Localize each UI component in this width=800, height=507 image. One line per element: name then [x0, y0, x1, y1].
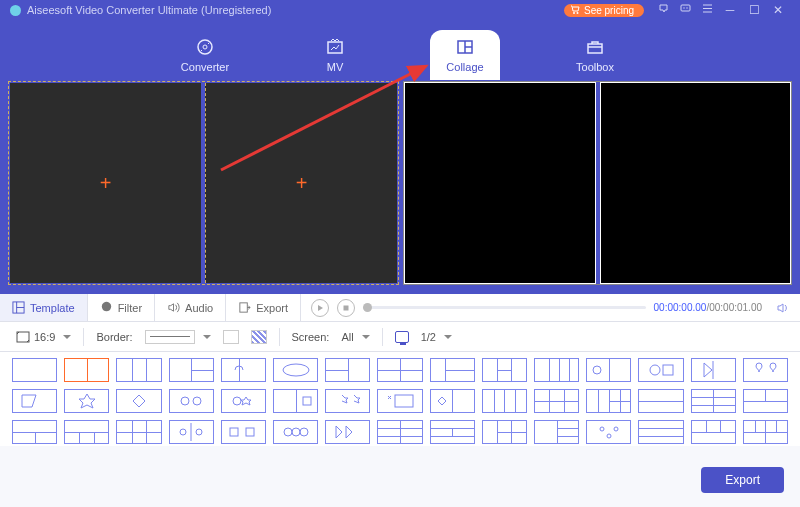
minimize-button[interactable]: ─ [718, 3, 742, 17]
nav-label: Collage [446, 61, 483, 73]
template-options: 16:9 Border: Screen: All 1/2 [0, 322, 800, 352]
close-button[interactable]: ✕ [766, 3, 790, 17]
preview-slot-2 [600, 82, 792, 284]
layout-tile[interactable] [534, 420, 579, 444]
layout-tile[interactable] [691, 389, 736, 413]
layout-tile[interactable] [325, 389, 370, 413]
layout-tile[interactable] [64, 389, 109, 413]
template-icon [12, 301, 25, 314]
screen-value: All [341, 331, 353, 343]
layout-tile[interactable] [64, 420, 109, 444]
nav-mv[interactable]: MV [300, 30, 370, 80]
layout-tile[interactable] [169, 420, 214, 444]
border-style-select[interactable] [145, 330, 211, 344]
tab-label: Filter [118, 302, 142, 314]
layout-tile[interactable] [482, 420, 527, 444]
layout-tile[interactable] [116, 420, 161, 444]
svg-point-18 [181, 397, 189, 405]
layout-tile[interactable] [273, 358, 318, 382]
layout-tile[interactable] [377, 420, 422, 444]
nav-collage[interactable]: Collage [430, 30, 500, 80]
page-value: 1/2 [421, 331, 436, 343]
layout-tile[interactable] [638, 420, 683, 444]
tab-label: Template [30, 302, 75, 314]
layout-tile[interactable] [482, 389, 527, 413]
layout-tile[interactable] [169, 358, 214, 382]
tab-template[interactable]: Template [0, 294, 88, 321]
border-color-pattern[interactable] [251, 330, 267, 344]
layout-tile[interactable] [430, 358, 475, 382]
playback-track[interactable] [363, 306, 646, 309]
svg-point-3 [683, 7, 684, 8]
layout-tile[interactable] [273, 389, 318, 413]
see-pricing-button[interactable]: See pricing [564, 4, 644, 17]
layout-tile[interactable] [325, 358, 370, 382]
layout-tile[interactable] [221, 358, 266, 382]
plus-icon: + [100, 172, 112, 195]
layout-tile[interactable] [221, 420, 266, 444]
export-icon [238, 301, 251, 314]
layout-tile[interactable] [325, 420, 370, 444]
template-grid [0, 352, 800, 446]
layout-tile[interactable] [12, 389, 57, 413]
layout-tile[interactable] [430, 420, 475, 444]
nav-toolbox[interactable]: Toolbox [560, 30, 630, 80]
layout-tile[interactable] [534, 358, 579, 382]
tab-audio[interactable]: Audio [155, 294, 226, 321]
stop-button[interactable] [337, 299, 355, 317]
layout-tile[interactable] [638, 389, 683, 413]
play-button[interactable] [311, 299, 329, 317]
tab-filter[interactable]: Filter [88, 294, 155, 321]
layout-tile[interactable] [430, 389, 475, 413]
layout-tile[interactable] [273, 420, 318, 444]
svg-rect-9 [588, 44, 602, 53]
nav-converter[interactable]: Converter [170, 30, 240, 80]
layout-tile[interactable] [586, 358, 631, 382]
export-button[interactable]: Export [701, 467, 784, 493]
svg-point-28 [292, 428, 300, 436]
layout-tile[interactable] [116, 358, 161, 382]
feedback-icon[interactable] [674, 2, 696, 18]
layout-tile[interactable] [638, 358, 683, 382]
layout-tile[interactable] [743, 420, 788, 444]
layout-tile[interactable] [12, 358, 57, 382]
editor-strip: Template Filter Audio Export 00:00:00.00… [0, 294, 800, 322]
layout-tile[interactable] [586, 420, 631, 444]
layout-tile[interactable] [586, 389, 631, 413]
screen-select[interactable]: All [341, 331, 369, 343]
tab-label: Audio [185, 302, 213, 314]
layout-tile[interactable] [482, 358, 527, 382]
nav-label: Toolbox [576, 61, 614, 73]
layout-tile[interactable] [691, 358, 736, 382]
preview-slot-1 [404, 82, 596, 284]
aspect-ratio-select[interactable]: 16:9 [16, 331, 71, 343]
layout-tile[interactable] [12, 420, 57, 444]
layout-tile[interactable] [116, 389, 161, 413]
maximize-button[interactable]: ☐ [742, 3, 766, 17]
collage-slot-1[interactable]: + [10, 83, 201, 283]
svg-rect-22 [395, 395, 413, 407]
svg-point-14 [283, 364, 309, 376]
converter-icon [195, 37, 215, 57]
border-label: Border: [96, 331, 132, 343]
menu-icon[interactable] [696, 2, 718, 18]
collage-slot-2[interactable]: + [205, 83, 397, 283]
layout-tile[interactable] [221, 389, 266, 413]
layout-tile[interactable] [534, 389, 579, 413]
register-icon[interactable] [652, 2, 674, 18]
collage-edit-area: + + [8, 81, 399, 285]
layout-tile[interactable] [743, 358, 788, 382]
layout-tile[interactable] [169, 389, 214, 413]
layout-tile[interactable] [377, 389, 422, 413]
title-bar: Aiseesoft Video Converter Ultimate (Unre… [0, 0, 800, 20]
tab-export[interactable]: Export [226, 294, 301, 321]
layout-tile[interactable] [691, 420, 736, 444]
main-nav: Converter MV Collage Toolbox [0, 20, 800, 80]
volume-icon[interactable] [776, 301, 790, 315]
layout-tile[interactable] [64, 358, 109, 382]
svg-point-16 [650, 365, 660, 375]
page-select[interactable]: 1/2 [421, 331, 452, 343]
layout-tile[interactable] [743, 389, 788, 413]
border-color-plain[interactable] [223, 330, 239, 344]
layout-tile[interactable] [377, 358, 422, 382]
